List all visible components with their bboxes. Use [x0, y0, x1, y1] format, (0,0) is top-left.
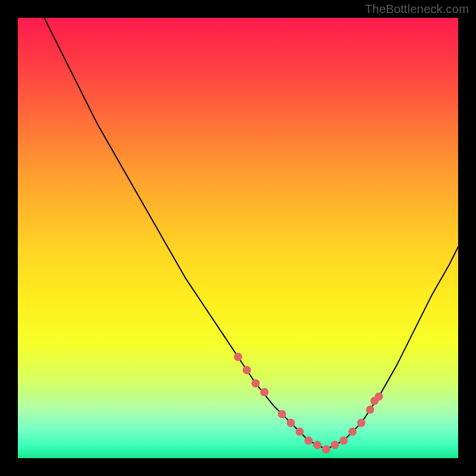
- watermark-text: TheBottleneck.com: [365, 2, 469, 16]
- curve-marker-dot: [313, 441, 321, 449]
- bottleneck-curve: [44, 18, 458, 449]
- curve-marker-dot: [278, 410, 286, 418]
- curve-marker-dot: [357, 419, 365, 427]
- curve-marker-dot: [331, 441, 339, 449]
- curve-marker-dot: [366, 406, 374, 414]
- curve-marker-dot: [243, 366, 251, 374]
- curve-marker-dot: [260, 388, 268, 396]
- chart-svg: [18, 18, 458, 458]
- curve-marker-dot: [296, 428, 304, 436]
- curve-marker-dot: [348, 428, 356, 436]
- curve-marker-dot: [322, 445, 330, 453]
- curve-markers: [234, 353, 383, 453]
- curve-marker-dot: [304, 436, 312, 444]
- curve-marker-dot: [287, 419, 295, 427]
- curve-marker-dot: [375, 392, 383, 400]
- curve-marker-dot: [252, 379, 260, 387]
- curve-marker-dot: [340, 436, 348, 444]
- chart-plot-area: [18, 18, 458, 458]
- curve-marker-dot: [234, 353, 242, 361]
